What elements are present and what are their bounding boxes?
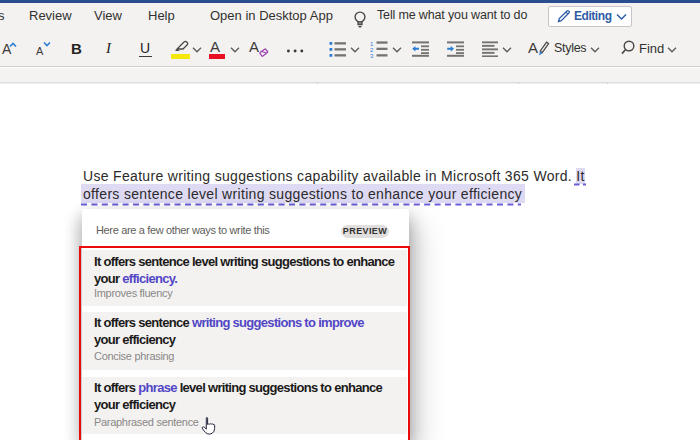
svg-text:3: 3 bbox=[370, 53, 374, 59]
svg-text:1: 1 bbox=[370, 41, 374, 47]
svg-text:2: 2 bbox=[370, 47, 374, 53]
svg-text:A: A bbox=[528, 39, 538, 56]
